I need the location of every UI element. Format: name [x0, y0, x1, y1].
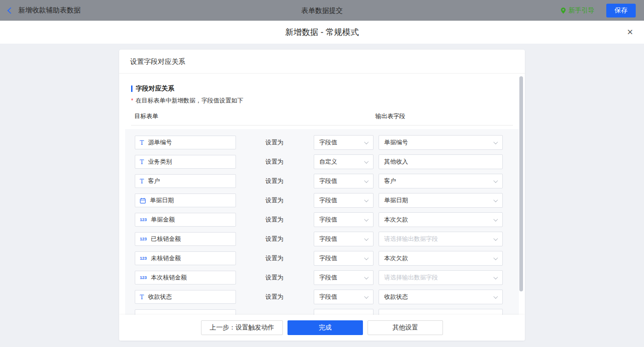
- set-as-label: 设置为: [265, 235, 289, 243]
- mapping-row: 单据日期 设置为 字段值 单据日期: [132, 191, 519, 210]
- output-field-select[interactable]: 收款状态: [379, 290, 503, 304]
- set-as-label: 设置为: [265, 273, 289, 282]
- value-mode-select[interactable]: 字段值: [314, 270, 374, 285]
- output-field-text: 其他收入: [384, 158, 408, 166]
- target-field-label: 单据日期: [150, 196, 174, 205]
- chevron-down-icon: [494, 294, 498, 299]
- target-field-box[interactable]: T 客户: [135, 174, 236, 188]
- set-as-label: 设置为: [265, 138, 289, 147]
- mapping-row: 123 未核销金额 设置为 字段值 本次欠款: [132, 249, 519, 268]
- section-accent-bar: [131, 85, 132, 92]
- target-field-label: 收款状态: [148, 293, 172, 301]
- set-as-label: 设置为: [265, 158, 289, 166]
- text-field-icon: T: [140, 178, 144, 184]
- output-field-text: 请选择输出数据字段: [384, 273, 438, 282]
- target-field-label: 业务类别: [148, 158, 172, 166]
- output-field-select[interactable]: 客户: [379, 174, 503, 188]
- target-field-box[interactable]: 单据日期: [135, 193, 236, 207]
- chevron-down-icon: [494, 236, 498, 241]
- modal-header: 新增数据 - 常规模式 ×: [0, 21, 644, 44]
- value-mode-select[interactable]: [314, 309, 374, 315]
- output-field-text: 本次欠款: [384, 254, 408, 262]
- field-mapping-card: 设置字段对应关系 字段对应关系 *在目标表单中新增数据，字段值设置如下 目标表单…: [119, 50, 525, 341]
- target-field-box[interactable]: 123 单据金额: [135, 213, 236, 227]
- value-mode-select[interactable]: 字段值: [314, 212, 374, 227]
- close-icon[interactable]: ×: [627, 27, 633, 37]
- output-field-select[interactable]: [379, 309, 503, 315]
- mapping-row: T 收款状态 设置为 字段值 收款状态: [132, 287, 519, 307]
- value-mode-select[interactable]: 字段值: [314, 135, 374, 150]
- value-mode-select[interactable]: 自定义: [314, 154, 374, 169]
- chevron-down-icon: [364, 275, 369, 279]
- guide-label: 新手引导: [569, 6, 594, 15]
- output-field-select[interactable]: 单据编号: [379, 135, 503, 150]
- output-field-text: 单据编号: [384, 138, 408, 147]
- number-field-icon: 123: [140, 256, 147, 261]
- chevron-down-icon: [364, 236, 369, 241]
- chevron-down-icon: [494, 140, 498, 144]
- output-field-select[interactable]: 请选择输出数据字段: [379, 232, 503, 246]
- number-field-icon: 123: [140, 276, 147, 280]
- output-field-select[interactable]: 其他收入: [379, 154, 503, 169]
- guide-button[interactable]: 新手引导: [560, 6, 594, 15]
- note-text: *在目标表单中新增数据，字段值设置如下: [131, 97, 513, 105]
- set-as-label: 设置为: [265, 254, 289, 262]
- set-as-label: 设置为: [265, 216, 289, 224]
- target-field-box[interactable]: 123 未核销金额: [135, 251, 236, 265]
- number-field-icon: 123: [140, 218, 147, 222]
- save-button[interactable]: 保存: [606, 4, 636, 17]
- output-field-text: 请选择输出数据字段: [384, 235, 438, 243]
- done-button[interactable]: 完成: [288, 320, 363, 335]
- chevron-down-icon: [494, 217, 498, 222]
- value-mode-select[interactable]: 字段值: [314, 193, 374, 208]
- target-field-label: 源单编号: [148, 138, 172, 147]
- date-field-icon: [140, 198, 146, 204]
- output-field-select[interactable]: 请选择输出数据字段: [379, 270, 503, 285]
- column-header-target: 目标表单: [134, 112, 158, 120]
- mapping-row: T 源单编号 设置为 字段值 单据编号: [132, 133, 519, 152]
- value-mode-text: 字段值: [319, 293, 337, 301]
- target-field-box[interactable]: T 源单编号: [135, 136, 236, 149]
- mapping-row: T 业务类别 设置为 自定义 其他收入: [132, 152, 519, 171]
- set-as-label: 设置为: [265, 293, 289, 301]
- output-field-select[interactable]: 单据日期: [379, 193, 503, 208]
- output-field-select[interactable]: 本次欠款: [379, 212, 503, 227]
- mapping-row: [132, 307, 519, 315]
- target-field-box[interactable]: T 业务类别: [135, 155, 236, 169]
- target-field-box[interactable]: T 收款状态: [135, 290, 236, 304]
- rows-container: T 源单编号 设置为 字段值 单据编号 T 业务类别 设置为 自定义 其他收入 …: [125, 129, 519, 315]
- target-field-box[interactable]: [135, 309, 236, 315]
- card-title: 设置字段对应关系: [119, 50, 525, 74]
- value-mode-text: 字段值: [319, 254, 337, 262]
- scrollbar-thumb[interactable]: [519, 76, 523, 291]
- text-field-icon: T: [140, 294, 144, 300]
- value-mode-select[interactable]: 字段值: [314, 290, 374, 304]
- output-field-select[interactable]: 本次欠款: [379, 251, 503, 266]
- chevron-left-icon: [7, 7, 14, 13]
- value-mode-text: 字段值: [319, 216, 337, 224]
- mapping-row: 123 已核销金额 设置为 字段值 请选择输出数据字段: [132, 229, 519, 249]
- location-pin-icon: [560, 7, 566, 14]
- other-settings-button[interactable]: 其他设置: [368, 320, 443, 335]
- value-mode-text: 字段值: [319, 235, 337, 243]
- topbar-title: 表单数据提交: [301, 6, 343, 15]
- chevron-down-icon: [364, 256, 369, 260]
- value-mode-select[interactable]: 字段值: [314, 174, 374, 188]
- chevron-down-icon: [364, 294, 369, 299]
- target-field-label: 未核销金额: [151, 254, 181, 262]
- target-field-box[interactable]: 123 已核销金额: [135, 232, 236, 246]
- prev-step-button[interactable]: 上一步：设置触发动作: [201, 320, 283, 335]
- chevron-down-icon: [494, 198, 498, 202]
- output-field-text: 本次欠款: [384, 216, 408, 224]
- value-mode-text: 字段值: [319, 177, 337, 185]
- target-field-box[interactable]: 123 本次核销金额: [135, 271, 236, 284]
- value-mode-text: 字段值: [319, 196, 337, 205]
- value-mode-select[interactable]: 字段值: [314, 232, 374, 246]
- value-mode-select[interactable]: 字段值: [314, 251, 374, 266]
- target-field-label: 客户: [148, 177, 160, 185]
- required-asterisk: *: [131, 97, 133, 104]
- mapping-row: 123 单据金额 设置为 字段值 本次欠款: [132, 210, 519, 229]
- back-label: 新增收款辅助表数据: [18, 6, 80, 15]
- output-field-text: 单据日期: [384, 196, 408, 205]
- back-button[interactable]: 新增收款辅助表数据: [8, 6, 80, 15]
